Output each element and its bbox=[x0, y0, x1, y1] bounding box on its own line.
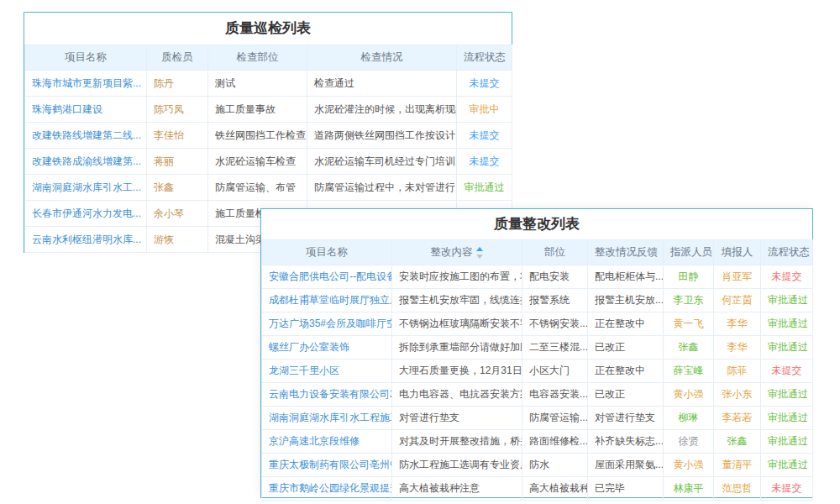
status-badge: 审批通过 bbox=[761, 407, 813, 430]
table-row: 螺丝厂办公室装饰 拆除到承重墙部分请做好加固... 二至三楼混... 已改正 张… bbox=[262, 336, 813, 360]
assignee-name: 黄一飞 bbox=[664, 312, 714, 336]
col-header-content: 整改内容 bbox=[392, 240, 522, 265]
reporter-name: 李华 bbox=[714, 312, 761, 336]
rectify-content: 对管进行垫支 bbox=[392, 407, 522, 430]
table-row: 万达广场35#会所及咖啡厅空... 不锈钢边框玻璃隔断安装不牢... 不锈钢安装… bbox=[262, 312, 813, 336]
inspection-panel-title: 质量巡检列表 bbox=[24, 13, 512, 45]
reporter-name: 张小东 bbox=[714, 383, 761, 407]
caret-sort-icon[interactable] bbox=[475, 247, 484, 259]
table-row: 安徽合肥供电公司--配电设备... 安装时应按施工图的布置，将... 配电安装 … bbox=[262, 265, 813, 289]
rectify-part: 配电安装 bbox=[522, 265, 588, 289]
project-link[interactable]: 珠海市城市更新项目紫... bbox=[25, 71, 147, 97]
table-row: 云南电力设备安装有限公司20... 电力电容器、电抗器安装方案... 电容器安装… bbox=[262, 383, 813, 407]
rectify-content: 不锈钢边框玻璃隔断安装不牢... bbox=[392, 312, 522, 336]
col-header-content-label: 整改内容 bbox=[431, 246, 473, 258]
project-link[interactable]: 珠海鹤港口建设 bbox=[25, 97, 147, 123]
rectify-part: 不锈钢安装... bbox=[522, 312, 588, 336]
project-link[interactable]: 安徽合肥供电公司--配电设备... bbox=[262, 265, 392, 289]
rectify-feedback: 报警主机安放... bbox=[588, 289, 664, 312]
col-header-situation: 检查情况 bbox=[307, 45, 457, 71]
reporter-name: 张鑫 bbox=[714, 430, 761, 454]
assignee-name: 林康平 bbox=[664, 477, 714, 501]
table-row: 湖南洞庭湖水库引水工程施工1... 对管进行垫支 防腐管运输... 对管进行垫支… bbox=[262, 407, 813, 430]
col-header-status: 流程状态 bbox=[761, 240, 813, 265]
project-link[interactable]: 改建铁路成渝线增建第... bbox=[25, 149, 147, 175]
status-badge: 未提交 bbox=[761, 360, 813, 383]
reporter-name: 何芷茵 bbox=[714, 289, 761, 312]
table-row: 京沪高速北京段维修 对其及时开展整改措施，桥头... 路面维修检... 补齐缺失… bbox=[262, 430, 813, 454]
assignee-name: 李卫东 bbox=[664, 289, 714, 312]
assignee-name: 黄小强 bbox=[664, 383, 714, 407]
status-badge: 审批通过 bbox=[457, 175, 512, 201]
inspector-name: 蒋丽 bbox=[147, 149, 208, 175]
rectify-feedback: 屋面采用聚氨... bbox=[588, 454, 664, 477]
table-row: 珠海鹤港口建设 陈巧凤 施工质量事故 水泥砼灌注的时候，出现离析现象 审批中 bbox=[25, 97, 512, 123]
table-row: 改建铁路线增建第二线... 李佳怡 铁丝网围挡工作检查 道路两侧铁丝网围挡工作按… bbox=[25, 123, 512, 149]
project-link[interactable]: 重庆太极制药有限公司亳州中... bbox=[262, 454, 392, 477]
project-link[interactable]: 湖南洞庭湖水库引水工... bbox=[25, 175, 147, 201]
status-badge: 未提交 bbox=[457, 71, 512, 97]
table-row: 珠海市城市更新项目紫... 陈丹 测试 检查通过 未提交 bbox=[25, 71, 512, 97]
rectify-feedback: 对管进行垫支 bbox=[588, 407, 664, 430]
inspection-result: 防腐管运输过程中，未对管进行... bbox=[307, 175, 457, 201]
inspector-name: 张鑫 bbox=[147, 175, 208, 201]
rectify-part: 二至三楼混... bbox=[522, 336, 588, 360]
rectify-content: 对其及时开展整改措施，桥头... bbox=[392, 430, 522, 454]
project-link[interactable]: 湖南洞庭湖水库引水工程施工1... bbox=[262, 407, 392, 430]
inspection-part: 施工质量事故 bbox=[208, 97, 307, 123]
rectify-feedback: 补齐缺失标志... bbox=[588, 430, 664, 454]
reporter-name: 范思哲 bbox=[714, 477, 761, 501]
project-link[interactable]: 成都杜甫草堂临时展厅独立展... bbox=[262, 289, 392, 312]
rectify-content: 大理石质量更换，12月31日之... bbox=[392, 360, 522, 383]
project-link[interactable]: 重庆市鹅岭公园绿化景观提升... bbox=[262, 477, 392, 501]
project-link[interactable]: 京沪高速北京段维修 bbox=[262, 430, 392, 454]
project-link[interactable]: 云南水利枢纽潜明水库... bbox=[25, 227, 147, 253]
inspection-part: 水泥砼运输车检查 bbox=[208, 149, 307, 175]
col-header-part: 部位 bbox=[522, 240, 588, 265]
inspection-result: 水泥砼运输车司机经过专门培训... bbox=[307, 149, 457, 175]
inspection-part: 铁丝网围挡工作检查 bbox=[208, 123, 307, 149]
rectify-content: 高大植被栽种注意 bbox=[392, 477, 522, 501]
col-header-feedback: 整改情况反馈 bbox=[588, 240, 664, 265]
status-badge: 未提交 bbox=[761, 265, 813, 289]
rectify-feedback: 已改正 bbox=[588, 336, 664, 360]
rectify-part: 报警系统 bbox=[522, 289, 588, 312]
table-row: 成都杜甫草堂临时展厅独立展... 报警主机安放牢固，线缆连接... 报警系统 报… bbox=[262, 289, 813, 312]
rectify-content: 拆除到承重墙部分请做好加固... bbox=[392, 336, 522, 360]
project-link[interactable]: 龙湖三千里小区 bbox=[262, 360, 392, 383]
reporter-name: 肖亚军 bbox=[714, 265, 761, 289]
rectify-content: 报警主机安放牢固，线缆连接... bbox=[392, 289, 522, 312]
project-link[interactable]: 长春市伊通河水力发电... bbox=[25, 201, 147, 227]
rectify-part: 路面维修检... bbox=[522, 430, 588, 454]
assignee-name: 张鑫 bbox=[664, 336, 714, 360]
assignee-name: 薛宝峰 bbox=[664, 360, 714, 383]
table-row: 改建铁路成渝线增建第... 蒋丽 水泥砼运输车检查 水泥砼运输车司机经过专门培训… bbox=[25, 149, 512, 175]
assignee-name: 田静 bbox=[664, 265, 714, 289]
inspector-name: 李佳怡 bbox=[147, 123, 208, 149]
inspection-part: 测试 bbox=[208, 71, 307, 97]
status-badge: 审批通过 bbox=[761, 312, 813, 336]
status-badge: 未提交 bbox=[457, 123, 512, 149]
table-row: 重庆市鹅岭公园绿化景观提升... 高大植被栽种注意 高大植被栽种 已完毕 林康平… bbox=[262, 477, 813, 501]
rectification-table: 项目名称 整改内容 部位 整改情况反馈 指派人员 填报人 流程状态 安徽合肥供电… bbox=[261, 239, 813, 501]
status-badge: 审批通过 bbox=[761, 336, 813, 360]
inspector-name: 陈巧凤 bbox=[147, 97, 208, 123]
project-link[interactable]: 螺丝厂办公室装饰 bbox=[262, 336, 392, 360]
project-link[interactable]: 改建铁路线增建第二线... bbox=[25, 123, 147, 149]
rectification-header-row: 项目名称 整改内容 部位 整改情况反馈 指派人员 填报人 流程状态 bbox=[262, 240, 813, 265]
project-link[interactable]: 云南电力设备安装有限公司20... bbox=[262, 383, 392, 407]
status-badge: 未提交 bbox=[761, 477, 813, 501]
rectify-part: 小区大门 bbox=[522, 360, 588, 383]
col-header-assignee: 指派人员 bbox=[664, 240, 714, 265]
project-link[interactable]: 万达广场35#会所及咖啡厅空... bbox=[262, 312, 392, 336]
status-badge: 审批通过 bbox=[761, 454, 813, 477]
quality-rectification-panel: 质量整改列表 项目名称 整改内容 部位 整改情况反馈 指派人员 填报人 流程状态… bbox=[260, 208, 813, 498]
col-header-project: 项目名称 bbox=[262, 240, 392, 265]
assignee-name: 黄小强 bbox=[664, 454, 714, 477]
status-badge: 未提交 bbox=[457, 149, 512, 175]
inspection-result: 水泥砼灌注的时候，出现离析现象 bbox=[307, 97, 457, 123]
rectify-content: 安装时应按施工图的布置，将... bbox=[392, 265, 522, 289]
rectify-feedback: 已改正 bbox=[588, 383, 664, 407]
inspection-header-row: 项目名称 质检员 检查部位 检查情况 流程状态 bbox=[25, 45, 512, 71]
assignee-name: 徐贤 bbox=[664, 430, 714, 454]
